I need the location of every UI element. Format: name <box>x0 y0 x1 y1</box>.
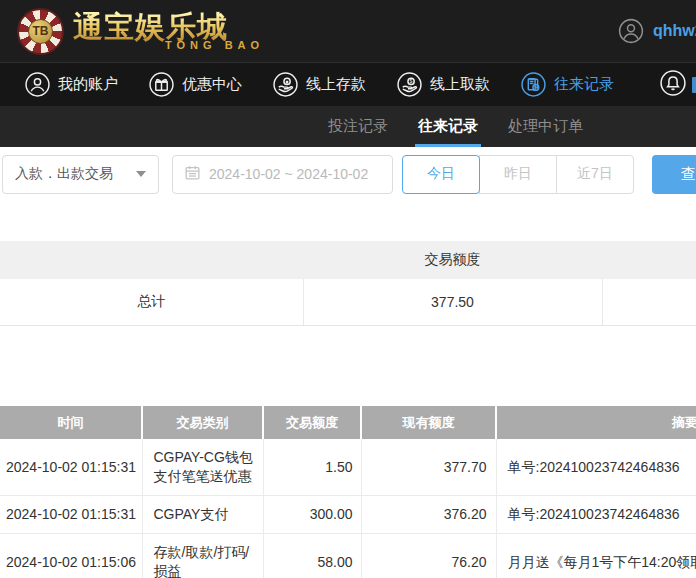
column-header-balance: 现有额度 <box>361 406 496 439</box>
table-cell: 58.00 <box>263 534 361 578</box>
table-cell: 单号:202410023742464836 <box>496 496 696 534</box>
deposit-icon <box>273 72 298 97</box>
nav-item-partial[interactable] <box>692 77 696 93</box>
yesterday-button[interactable]: 昨日 <box>479 155 557 194</box>
quick-date-buttons: 今日 昨日 近7日 <box>402 155 634 194</box>
search-button[interactable]: 查询 <box>652 155 696 194</box>
logo-text: 通宝娱乐城 TONG BAO <box>73 11 264 52</box>
nav-item-promotions[interactable]: 优惠中心 <box>149 72 242 97</box>
table-cell: 1.50 <box>263 439 361 496</box>
today-button[interactable]: 今日 <box>402 155 480 194</box>
table-cell: CGPAY-CG钱包支付笔笔送优惠 <box>142 439 263 496</box>
tab-transaction-records[interactable]: 往来记录 <box>418 106 478 147</box>
table-cell: 376.20 <box>361 496 496 534</box>
table-row: 2024-10-02 01:15:31CGPAY支付300.00376.20单号… <box>0 496 696 534</box>
tab-label: 投注记录 <box>328 117 388 136</box>
user-area[interactable]: qhhw2 <box>618 0 696 62</box>
summary-total-label: 总计 <box>0 279 303 326</box>
nav-item-withdraw[interactable]: $ 线上取款 <box>397 72 490 97</box>
table-cell: 76.20 <box>361 534 496 578</box>
withdraw-icon: $ <box>397 72 422 97</box>
nav-item-label: 往来记录 <box>554 75 614 94</box>
date-range-value: 2024-10-02 ~ 2024-10-02 <box>209 166 368 182</box>
username: qhhw2 <box>653 22 696 40</box>
tab-label: 往来记录 <box>418 117 478 136</box>
column-header-summary: 摘要 <box>496 406 696 439</box>
button-label: 昨日 <box>504 165 532 183</box>
user-icon <box>25 72 50 97</box>
gift-icon <box>149 72 174 97</box>
column-header-time: 时间 <box>0 406 142 439</box>
tab-label: 处理中订单 <box>508 117 583 136</box>
site-title: 通宝娱乐城 <box>73 11 264 43</box>
summary-total-value: 377.50 <box>303 279 602 326</box>
site-logo[interactable]: TB 通宝娱乐城 TONG BAO <box>17 8 264 55</box>
nav-item-label: 线上存款 <box>306 75 366 94</box>
table-cell: 300.00 <box>263 496 361 534</box>
calendar-icon <box>184 164 201 184</box>
svg-text:$: $ <box>410 78 413 84</box>
table-cell: 2024-10-02 01:15:31 <box>0 439 142 496</box>
transaction-type-select[interactable]: 入款．出款交易 <box>2 155 159 194</box>
column-header-type: 交易类别 <box>142 406 263 439</box>
nav-item-label: 线上取款 <box>430 75 490 94</box>
nav-item-my-account[interactable]: 我的账户 <box>25 72 118 97</box>
records-icon <box>521 72 546 97</box>
table-cell: 377.70 <box>361 439 496 496</box>
nav-item-deposit[interactable]: 线上存款 <box>273 72 366 97</box>
record-tabs: 投注记录 往来记录 处理中订单 <box>0 106 696 147</box>
last-7-days-button[interactable]: 近7日 <box>556 155 634 194</box>
tab-processing-orders[interactable]: 处理中订单 <box>508 106 583 147</box>
summary-table: 交易额度 总计 377.50 <box>0 241 696 326</box>
table-header-row: 时间 交易类别 交易额度 现有额度 摘要 <box>0 406 696 439</box>
table-row: 2024-10-02 01:15:06存款/取款/打码/损益58.0076.20… <box>0 534 696 578</box>
chevron-down-icon <box>136 171 146 177</box>
table-row: 2024-10-02 01:15:31CGPAY-CG钱包支付笔笔送优惠1.50… <box>0 439 696 496</box>
table-cell: CGPAY支付 <box>142 496 263 534</box>
nav-item-transaction-records[interactable]: 往来记录 <box>521 72 614 97</box>
summary-header-empty <box>602 242 696 279</box>
summary-total-row: 总计 377.50 <box>0 279 696 326</box>
notifications-button[interactable] <box>660 70 686 100</box>
date-range-input[interactable]: 2024-10-02 ~ 2024-10-02 <box>172 155 393 194</box>
button-label: 今日 <box>427 165 455 183</box>
tab-betting-records[interactable]: 投注记录 <box>328 106 388 147</box>
button-label: 近7日 <box>577 165 613 183</box>
nav-item-label: 优惠中心 <box>182 75 242 94</box>
table-cell: 单号:202410023742464836 <box>496 439 696 496</box>
table-cell: 存款/取款/打码/损益 <box>142 534 263 578</box>
avatar-icon <box>618 18 644 44</box>
summary-empty-cell <box>602 279 696 326</box>
transactions-table: 时间 交易类别 交易额度 现有额度 摘要 2024-10-02 01:15:31… <box>0 406 696 578</box>
bell-icon <box>660 82 686 99</box>
select-value: 入款．出款交易 <box>15 165 113 183</box>
nav-item-label: 我的账户 <box>58 75 118 94</box>
logo-chip-label: TB <box>28 19 53 44</box>
column-header-amount: 交易额度 <box>263 406 361 439</box>
summary-header-row: 交易额度 <box>0 242 696 279</box>
main-nav: 我的账户 优惠中心 线上存款 $ <box>0 62 696 106</box>
filter-bar: 入款．出款交易 2024-10-02 ~ 2024-10-02 今日 昨日 近7… <box>2 147 696 201</box>
top-header: TB 通宝娱乐城 TONG BAO qhhw2 <box>0 0 696 62</box>
table-cell: 2024-10-02 01:15:31 <box>0 496 142 534</box>
summary-header-empty <box>0 242 303 279</box>
summary-header-amount: 交易额度 <box>303 242 602 279</box>
table-cell: 月月送《每月1号下午14:20领取》 <box>496 534 696 578</box>
table-cell: 2024-10-02 01:15:06 <box>0 534 142 578</box>
logo-chip-icon: TB <box>17 8 64 55</box>
site-subtitle: TONG BAO <box>165 39 264 51</box>
